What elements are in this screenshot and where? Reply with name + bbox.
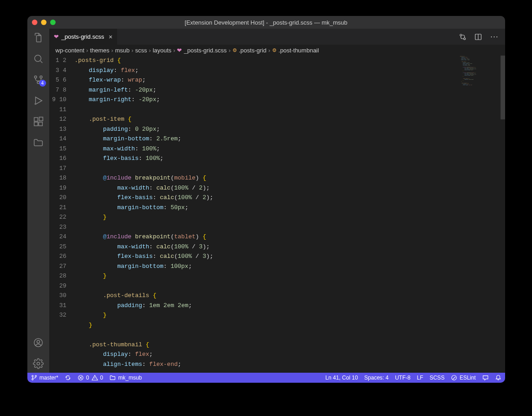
close-tab-icon[interactable]: × [108,33,112,41]
more-actions-icon[interactable]: ··· [490,32,498,41]
minimap[interactable]: .posts-grid { display: flex; flex-wrap: … [460,56,505,373]
svg-point-18 [35,375,36,377]
search-icon[interactable] [33,53,44,64]
sync-status[interactable] [65,375,71,381]
run-debug-icon[interactable] [33,95,44,106]
source-control-icon[interactable]: 4 [33,74,44,85]
problems-status[interactable]: 0 0 [77,375,103,381]
chevron-right-icon: › [131,47,133,54]
chevron-right-icon: › [228,47,230,54]
code-editor[interactable]: .posts-grid { display: flex; flex-wrap: … [75,56,460,373]
breadcrumb-item[interactable]: themes [90,47,109,54]
sass-file-icon: ❤ [54,33,59,40]
breadcrumb-item[interactable]: layouts [153,47,171,54]
sass-file-icon: ❤ [177,47,182,54]
window-title: [Extension Development Host] - _posts-gr… [27,19,505,26]
feedback-icon[interactable] [482,375,489,381]
svg-rect-7 [39,122,42,126]
activity-bar: 4 [27,29,49,373]
breadcrumb-item[interactable]: wp-content [56,47,85,54]
svg-point-4 [34,103,36,105]
svg-point-12 [460,34,462,36]
close-window-button[interactable] [32,20,37,25]
folder-icon[interactable] [33,137,44,148]
svg-point-20 [452,375,457,380]
traffic-lights [32,20,56,25]
svg-point-17 [31,379,33,380]
account-icon[interactable] [33,337,44,348]
split-editor-icon[interactable] [475,33,482,41]
compare-changes-icon[interactable] [459,33,466,41]
breadcrumb-item[interactable]: ❤_posts-grid.scss [177,47,227,54]
line-number-gutter: 1 2 3 4 5 6 7 8 9 10 11 12 13 14 15 16 1… [49,56,75,373]
svg-point-2 [40,76,42,78]
tab-posts-grid[interactable]: ❤ _posts-grid.scss × [49,29,118,45]
extensions-icon[interactable] [33,116,44,127]
svg-point-10 [37,340,40,343]
svg-rect-5 [34,118,38,121]
chevron-right-icon: › [268,47,270,54]
tab-filename: _posts-grid.scss [62,33,104,40]
svg-point-1 [34,76,36,78]
encoding-status[interactable]: UTF-8 [395,375,410,381]
main-body: 4 [27,29,505,373]
tab-bar-actions: ··· [459,29,505,45]
symbol-icon: ⚙ [272,47,277,53]
cursor-position-status[interactable]: Ln 41, Col 10 [325,375,358,381]
chevron-right-icon: › [173,47,175,54]
editor-area: ❤ _posts-grid.scss × ··· wp-content›them… [49,29,505,373]
folder-status[interactable]: mk_msub [109,375,142,381]
vscode-window: [Extension Development Host] - _posts-gr… [27,16,505,383]
breadcrumb-item[interactable]: msub [115,47,129,54]
svg-point-11 [37,362,40,365]
indentation-status[interactable]: Spaces: 4 [364,375,388,381]
minimap-scrollbar[interactable] [501,56,505,119]
breadcrumb-item[interactable]: ⚙.posts-grid [232,47,267,54]
chevron-right-icon: › [86,47,88,54]
svg-rect-8 [39,117,43,121]
scm-badge: 4 [39,80,46,87]
titlebar: [Extension Development Host] - _posts-gr… [27,16,505,29]
breadcrumb-item[interactable]: ⚙.post-thumbnail [272,47,319,54]
notifications-icon[interactable] [495,375,501,381]
maximize-window-button[interactable] [50,20,56,25]
git-branch-status[interactable]: master* [31,375,58,381]
breadcrumbs[interactable]: wp-content›themes›msub›scss›layouts›❤_po… [49,45,505,56]
language-status[interactable]: SCSS [429,375,444,381]
chevron-right-icon: › [111,47,113,54]
settings-gear-icon[interactable] [33,358,44,369]
explorer-icon[interactable] [33,32,44,43]
svg-point-13 [464,38,465,40]
symbol-icon: ⚙ [232,47,237,53]
svg-point-0 [35,55,41,62]
editor-split: 1 2 3 4 5 6 7 8 9 10 11 12 13 14 15 16 1… [49,56,505,373]
chevron-right-icon: › [149,47,151,54]
tab-bar: ❤ _posts-grid.scss × ··· [49,29,505,45]
eslint-status[interactable]: ESLint [451,375,475,381]
breadcrumb-item[interactable]: scss [135,47,147,54]
eol-status[interactable]: LF [417,375,423,381]
status-bar: master* 0 0 mk_msub Ln 41, Col 10 Spaces… [27,373,505,383]
svg-rect-6 [34,122,38,126]
minimize-window-button[interactable] [41,20,46,25]
svg-point-16 [31,375,33,377]
